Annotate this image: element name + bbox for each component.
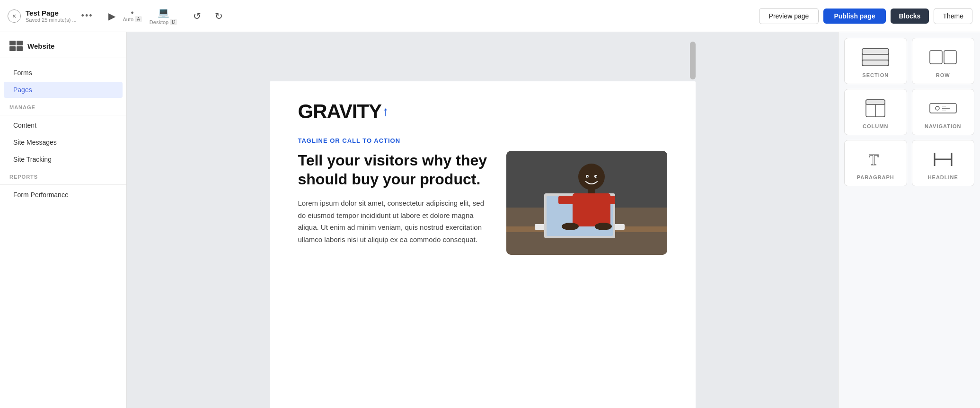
undo-icon: ↺ bbox=[193, 10, 201, 22]
svg-point-12 bbox=[562, 223, 579, 230]
page-canvas: GRAVITY ↑ TAGLINE OR CALL TO ACTION Tell… bbox=[270, 81, 696, 408]
svg-rect-20 bbox=[862, 54, 889, 60]
canvas-image-column bbox=[506, 151, 667, 255]
svg-rect-19 bbox=[862, 49, 889, 54]
brand-icon bbox=[9, 41, 23, 51]
block-card-column[interactable]: COLUMN bbox=[844, 89, 907, 135]
svg-point-16 bbox=[587, 176, 588, 178]
sidebar-item-forms[interactable]: Forms bbox=[4, 65, 123, 81]
auto-mode-icon: ● bbox=[131, 9, 134, 15]
blocks-grid: SECTION ROW bbox=[844, 38, 974, 186]
theme-button[interactable]: Theme bbox=[934, 8, 972, 24]
toolbar-left: × Test Page Saved 25 minute(s) ... ••• bbox=[8, 9, 93, 23]
redo-button[interactable]: ↻ bbox=[210, 8, 227, 25]
close-button[interactable]: × bbox=[8, 9, 21, 23]
logo-arrow-icon: ↑ bbox=[382, 104, 389, 119]
desktop-mode-button[interactable]: 💻 Desktop D bbox=[150, 7, 177, 25]
dots-icon: ••• bbox=[81, 11, 93, 21]
block-card-paragraph[interactable]: T PARAGRAPH bbox=[844, 140, 907, 186]
block-card-headline[interactable]: HEADLINE bbox=[912, 140, 975, 186]
toolbar-right: Preview page Publish page Blocks Theme bbox=[759, 8, 972, 24]
svg-rect-21 bbox=[862, 60, 889, 66]
main-layout: Website Forms Pages MANAGE Content Site … bbox=[0, 32, 980, 408]
brand-header: Website bbox=[0, 32, 126, 58]
logo-text: GRAVITY bbox=[298, 100, 382, 123]
desktop-mode-label: Desktop D bbox=[150, 19, 177, 25]
blocks-button[interactable]: Blocks bbox=[891, 9, 929, 24]
svg-point-17 bbox=[595, 176, 597, 178]
block-headline-label: HEADLINE bbox=[928, 174, 958, 180]
more-options-button[interactable]: ••• bbox=[81, 11, 93, 21]
toolbar: × Test Page Saved 25 minute(s) ... ••• ▶… bbox=[0, 0, 980, 32]
block-paragraph-label: PARAGRAPH bbox=[857, 174, 894, 180]
undo-button[interactable]: ↺ bbox=[188, 8, 205, 25]
block-card-section[interactable]: SECTION bbox=[844, 38, 907, 84]
toolbar-actions: ↺ ↻ bbox=[188, 8, 227, 25]
reports-section-label: REPORTS bbox=[0, 168, 126, 182]
block-section-label: SECTION bbox=[862, 72, 889, 78]
toolbar-center: ▶ ● Auto A 💻 Desktop D bbox=[108, 7, 177, 25]
close-icon: × bbox=[12, 12, 16, 20]
svg-rect-23 bbox=[944, 51, 956, 64]
svg-point-7 bbox=[578, 164, 605, 190]
svg-point-13 bbox=[595, 223, 612, 230]
scroll-indicator bbox=[270, 42, 696, 79]
page-saved-status: Saved 25 minute(s) ... bbox=[26, 17, 77, 23]
svg-rect-11 bbox=[599, 196, 615, 204]
canvas-content: Tell your visitors why they should buy y… bbox=[298, 151, 667, 255]
auto-mode-label: Auto A bbox=[123, 16, 142, 22]
svg-rect-25 bbox=[866, 100, 885, 104]
cursor-icon: ▶ bbox=[108, 10, 115, 22]
sidebar-item-content[interactable]: Content bbox=[4, 117, 123, 133]
divider-reports bbox=[0, 184, 126, 185]
block-column-label: COLUMN bbox=[863, 123, 888, 129]
svg-rect-22 bbox=[930, 51, 942, 64]
navigation-icon bbox=[928, 98, 958, 119]
svg-rect-10 bbox=[558, 196, 575, 204]
auto-mode-button[interactable]: ● Auto A bbox=[123, 9, 142, 22]
canvas-heading: Tell your visitors why they should buy y… bbox=[298, 151, 487, 189]
headline-icon bbox=[928, 149, 958, 170]
section-icon bbox=[860, 47, 891, 68]
column-icon bbox=[860, 98, 891, 119]
desktop-icon: 💻 bbox=[158, 7, 169, 18]
blocks-panel: SECTION ROW bbox=[838, 32, 980, 408]
page-title: Test Page bbox=[26, 9, 77, 17]
block-card-navigation[interactable]: NAVIGATION bbox=[912, 89, 975, 135]
canvas-image bbox=[506, 151, 667, 255]
sidebar-item-site-messages[interactable]: Site Messages bbox=[4, 134, 123, 150]
hero-image-svg bbox=[506, 151, 667, 255]
block-row-label: ROW bbox=[936, 72, 950, 78]
canvas-logo: GRAVITY ↑ bbox=[298, 100, 667, 123]
row-icon bbox=[928, 47, 958, 68]
canvas-tagline: TAGLINE OR CALL TO ACTION bbox=[298, 137, 667, 144]
scrollbar[interactable] bbox=[690, 42, 696, 79]
page-info: Test Page Saved 25 minute(s) ... bbox=[26, 9, 77, 23]
publish-page-button[interactable]: Publish page bbox=[823, 9, 885, 24]
svg-point-28 bbox=[936, 106, 939, 110]
block-card-row[interactable]: ROW bbox=[912, 38, 975, 84]
canvas-text-column: Tell your visitors why they should buy y… bbox=[298, 151, 487, 245]
canvas-area: GRAVITY ↑ TAGLINE OR CALL TO ACTION Tell… bbox=[127, 32, 838, 408]
preview-page-button[interactable]: Preview page bbox=[759, 8, 819, 24]
sidebar-item-site-tracking[interactable]: Site Tracking bbox=[4, 151, 123, 167]
manage-section-label: MANAGE bbox=[0, 99, 126, 113]
redo-icon: ↻ bbox=[215, 10, 223, 22]
sidebar-item-form-performance[interactable]: Form Performance bbox=[4, 187, 123, 203]
canvas-body-text: Lorem ipsum dolor sit amet, consectetur … bbox=[298, 197, 487, 245]
divider-manage bbox=[0, 115, 126, 115]
sidebar-item-pages[interactable]: Pages bbox=[4, 82, 123, 98]
sidebar: Website Forms Pages MANAGE Content Site … bbox=[0, 32, 127, 408]
sidebar-nav: Forms Pages MANAGE Content Site Messages… bbox=[0, 58, 126, 210]
brand-name: Website bbox=[27, 42, 54, 50]
svg-text:T: T bbox=[869, 151, 879, 168]
cursor-tool-button[interactable]: ▶ bbox=[108, 10, 115, 22]
block-navigation-label: NAVIGATION bbox=[925, 123, 961, 129]
paragraph-icon: T bbox=[860, 149, 891, 170]
